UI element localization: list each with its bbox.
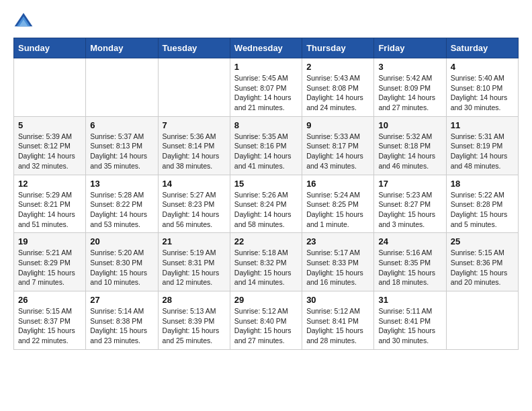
calendar-cell: 20Sunrise: 5:20 AM Sunset: 8:30 PM Dayli… (86, 233, 158, 291)
day-info: Sunrise: 5:20 AM Sunset: 8:30 PM Dayligh… (90, 248, 153, 287)
day-number: 28 (163, 295, 226, 305)
day-number: 7 (163, 120, 226, 130)
day-number: 10 (378, 120, 441, 130)
calendar-cell: 12Sunrise: 5:29 AM Sunset: 8:21 PM Dayli… (14, 175, 86, 233)
day-info: Sunrise: 5:12 AM Sunset: 8:40 PM Dayligh… (234, 306, 298, 346)
calendar-week-4: 19Sunrise: 5:21 AM Sunset: 8:29 PM Dayli… (14, 233, 519, 291)
day-number: 6 (90, 120, 153, 130)
day-info: Sunrise: 5:29 AM Sunset: 8:21 PM Dayligh… (18, 190, 81, 230)
calendar-cell (158, 58, 230, 117)
day-info: Sunrise: 5:45 AM Sunset: 8:07 PM Dayligh… (234, 73, 298, 113)
day-number: 31 (378, 295, 441, 305)
calendar-cell: 22Sunrise: 5:18 AM Sunset: 8:32 PM Dayli… (230, 233, 302, 291)
page: SundayMondayTuesdayWednesdayThursdayFrid… (0, 0, 532, 361)
day-info: Sunrise: 5:11 AM Sunset: 8:41 PM Dayligh… (378, 306, 441, 346)
day-info: Sunrise: 5:18 AM Sunset: 8:32 PM Dayligh… (234, 248, 298, 287)
calendar-cell: 17Sunrise: 5:23 AM Sunset: 8:27 PM Dayli… (374, 175, 446, 233)
calendar-cell: 24Sunrise: 5:16 AM Sunset: 8:35 PM Dayli… (374, 233, 446, 291)
col-header-saturday: Saturday (446, 38, 518, 58)
calendar-cell: 8Sunrise: 5:35 AM Sunset: 8:16 PM Daylig… (230, 116, 302, 175)
calendar-cell: 1Sunrise: 5:45 AM Sunset: 8:07 PM Daylig… (230, 58, 302, 117)
col-header-thursday: Thursday (302, 38, 374, 58)
day-number: 17 (378, 179, 441, 189)
calendar-cell (14, 58, 86, 117)
calendar-cell: 21Sunrise: 5:19 AM Sunset: 8:31 PM Dayli… (158, 233, 230, 291)
calendar-cell: 4Sunrise: 5:40 AM Sunset: 8:10 PM Daylig… (446, 58, 518, 117)
calendar-week-3: 12Sunrise: 5:29 AM Sunset: 8:21 PM Dayli… (14, 175, 519, 233)
day-info: Sunrise: 5:24 AM Sunset: 8:25 PM Dayligh… (306, 190, 369, 230)
day-info: Sunrise: 5:23 AM Sunset: 8:27 PM Dayligh… (378, 190, 441, 230)
calendar-cell: 27Sunrise: 5:14 AM Sunset: 8:38 PM Dayli… (86, 291, 158, 350)
day-number: 29 (234, 295, 298, 305)
calendar-cell: 11Sunrise: 5:31 AM Sunset: 8:19 PM Dayli… (446, 116, 518, 175)
logo (13, 11, 36, 31)
calendar-cell: 14Sunrise: 5:27 AM Sunset: 8:23 PM Dayli… (158, 175, 230, 233)
col-header-tuesday: Tuesday (158, 38, 230, 58)
day-number: 15 (234, 179, 298, 189)
day-number: 25 (451, 236, 514, 246)
day-number: 30 (306, 295, 369, 305)
day-info: Sunrise: 5:16 AM Sunset: 8:35 PM Dayligh… (378, 248, 441, 287)
logo-icon (13, 11, 34, 31)
day-number: 24 (378, 236, 441, 246)
day-info: Sunrise: 5:26 AM Sunset: 8:24 PM Dayligh… (234, 190, 298, 230)
day-info: Sunrise: 5:35 AM Sunset: 8:16 PM Dayligh… (234, 132, 298, 171)
calendar-cell: 26Sunrise: 5:15 AM Sunset: 8:37 PM Dayli… (14, 291, 86, 350)
day-info: Sunrise: 5:31 AM Sunset: 8:19 PM Dayligh… (451, 132, 514, 171)
day-number: 9 (306, 120, 369, 130)
day-info: Sunrise: 5:42 AM Sunset: 8:09 PM Dayligh… (378, 73, 441, 113)
calendar-week-1: 1Sunrise: 5:45 AM Sunset: 8:07 PM Daylig… (14, 58, 519, 117)
day-info: Sunrise: 5:17 AM Sunset: 8:33 PM Dayligh… (306, 248, 369, 287)
col-header-wednesday: Wednesday (230, 38, 302, 58)
day-info: Sunrise: 5:21 AM Sunset: 8:29 PM Dayligh… (18, 248, 81, 287)
day-info: Sunrise: 5:28 AM Sunset: 8:22 PM Dayligh… (90, 190, 153, 230)
day-info: Sunrise: 5:15 AM Sunset: 8:36 PM Dayligh… (451, 248, 514, 287)
calendar-week-2: 5Sunrise: 5:39 AM Sunset: 8:12 PM Daylig… (14, 116, 519, 175)
calendar-cell: 5Sunrise: 5:39 AM Sunset: 8:12 PM Daylig… (14, 116, 86, 175)
calendar-cell: 28Sunrise: 5:13 AM Sunset: 8:39 PM Dayli… (158, 291, 230, 350)
day-number: 26 (18, 295, 81, 305)
calendar-cell: 16Sunrise: 5:24 AM Sunset: 8:25 PM Dayli… (302, 175, 374, 233)
calendar-cell: 19Sunrise: 5:21 AM Sunset: 8:29 PM Dayli… (14, 233, 86, 291)
calendar-cell: 6Sunrise: 5:37 AM Sunset: 8:13 PM Daylig… (86, 116, 158, 175)
calendar-header-row: SundayMondayTuesdayWednesdayThursdayFrid… (14, 38, 519, 58)
day-number: 11 (451, 120, 514, 130)
calendar-table: SundayMondayTuesdayWednesdayThursdayFrid… (13, 38, 519, 350)
day-number: 27 (90, 295, 153, 305)
day-number: 8 (234, 120, 298, 130)
day-info: Sunrise: 5:39 AM Sunset: 8:12 PM Dayligh… (18, 132, 81, 171)
day-number: 20 (90, 236, 153, 246)
day-number: 3 (378, 62, 441, 72)
day-number: 16 (306, 179, 369, 189)
calendar-cell: 30Sunrise: 5:12 AM Sunset: 8:41 PM Dayli… (302, 291, 374, 350)
day-number: 5 (18, 120, 81, 130)
day-info: Sunrise: 5:19 AM Sunset: 8:31 PM Dayligh… (163, 248, 226, 287)
day-number: 21 (163, 236, 226, 246)
calendar-cell: 9Sunrise: 5:33 AM Sunset: 8:17 PM Daylig… (302, 116, 374, 175)
day-info: Sunrise: 5:36 AM Sunset: 8:14 PM Dayligh… (163, 132, 226, 171)
day-info: Sunrise: 5:37 AM Sunset: 8:13 PM Dayligh… (90, 132, 153, 171)
day-number: 13 (90, 179, 153, 189)
calendar-cell: 3Sunrise: 5:42 AM Sunset: 8:09 PM Daylig… (374, 58, 446, 117)
col-header-friday: Friday (374, 38, 446, 58)
calendar-cell: 10Sunrise: 5:32 AM Sunset: 8:18 PM Dayli… (374, 116, 446, 175)
calendar-cell: 7Sunrise: 5:36 AM Sunset: 8:14 PM Daylig… (158, 116, 230, 175)
day-number: 14 (163, 179, 226, 189)
day-info: Sunrise: 5:43 AM Sunset: 8:08 PM Dayligh… (306, 73, 369, 113)
calendar-cell: 29Sunrise: 5:12 AM Sunset: 8:40 PM Dayli… (230, 291, 302, 350)
day-number: 19 (18, 236, 81, 246)
day-info: Sunrise: 5:33 AM Sunset: 8:17 PM Dayligh… (306, 132, 369, 171)
day-info: Sunrise: 5:32 AM Sunset: 8:18 PM Dayligh… (378, 132, 441, 171)
calendar-cell: 31Sunrise: 5:11 AM Sunset: 8:41 PM Dayli… (374, 291, 446, 350)
calendar-cell (86, 58, 158, 117)
day-info: Sunrise: 5:13 AM Sunset: 8:39 PM Dayligh… (163, 306, 226, 346)
day-info: Sunrise: 5:14 AM Sunset: 8:38 PM Dayligh… (90, 306, 153, 346)
day-number: 2 (306, 62, 369, 72)
col-header-monday: Monday (86, 38, 158, 58)
day-number: 23 (306, 236, 369, 246)
day-number: 1 (234, 62, 298, 72)
day-number: 4 (451, 62, 514, 72)
calendar-cell: 15Sunrise: 5:26 AM Sunset: 8:24 PM Dayli… (230, 175, 302, 233)
calendar-cell (446, 291, 518, 350)
day-info: Sunrise: 5:22 AM Sunset: 8:28 PM Dayligh… (451, 190, 514, 230)
